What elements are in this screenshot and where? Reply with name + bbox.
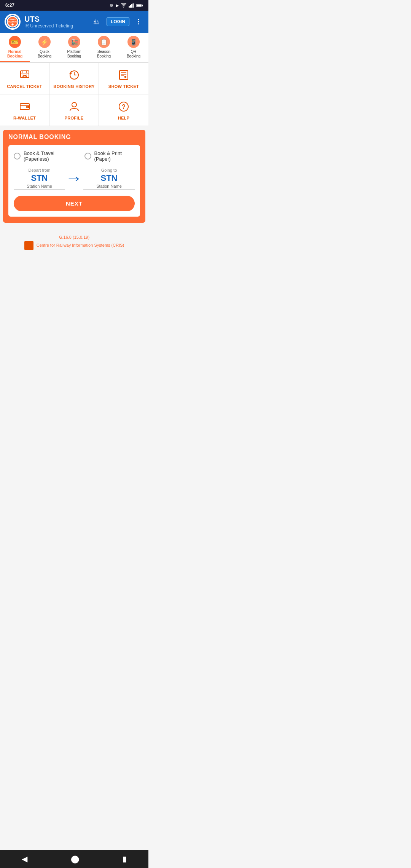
svg-text:RAILWAYS: RAILWAYS	[8, 21, 17, 23]
svg-text:?: ?	[122, 104, 126, 110]
help-cell[interactable]: ? HELP	[99, 94, 148, 126]
battery-icon	[136, 3, 143, 8]
profile-icon	[67, 100, 81, 113]
wifi-icon	[121, 3, 126, 8]
quick-booking-icon: ⚡	[38, 36, 51, 48]
play-icon: ▶	[116, 3, 119, 8]
nav-tabs: 🎫 NormalBooking ⚡ QuickBooking 🚂 Platfor…	[0, 33, 148, 63]
direction-arrow	[68, 175, 80, 183]
svg-rect-7	[137, 4, 142, 6]
booking-section-title: NORMAL BOOKING	[8, 134, 140, 140]
booking-section: NORMAL BOOKING Book & Travel (Paperless)…	[3, 130, 145, 223]
app-title: UTS	[24, 15, 88, 23]
depart-label: Depart from	[28, 168, 50, 172]
tab-season-booking[interactable]: 📋 SeasonBooking	[89, 33, 119, 62]
depart-code: STN	[31, 173, 48, 183]
tab-season-label: SeasonBooking	[97, 49, 111, 59]
tab-normal-booking[interactable]: 🎫 NormalBooking	[0, 33, 30, 62]
going-station-block: Going to STN Station Name	[83, 168, 135, 190]
svg-point-20	[138, 23, 139, 24]
booking-card: Book & Travel (Paperless) Book & Print (…	[8, 145, 140, 217]
season-booking-icon: 📋	[98, 36, 110, 48]
paperless-radio[interactable]	[14, 153, 21, 160]
paper-label: Book & Print (Paper)	[94, 150, 135, 162]
svg-text:INDIAN: INDIAN	[10, 19, 16, 21]
app-title-block: UTS IR Unreserved Ticketing	[24, 15, 88, 29]
booking-options-row: Book & Travel (Paperless) Book & Print (…	[14, 150, 135, 162]
normal-booking-icon: 🎫	[9, 36, 21, 48]
paperless-label: Book & Travel (Paperless)	[24, 150, 75, 162]
tab-normal-label: NormalBooking	[7, 49, 22, 59]
signal-icon	[129, 3, 134, 8]
platform-booking-icon: 🚂	[68, 36, 80, 48]
depart-station-block: Depart from STN Station Name	[14, 168, 65, 190]
svg-rect-6	[142, 5, 143, 6]
show-ticket-label: SHOW TICKET	[108, 84, 139, 89]
login-button[interactable]: LOGIN	[107, 17, 129, 26]
footer-org: Centre for Railway Information Systems (…	[37, 242, 124, 249]
r-wallet-label: R-WALLET	[13, 116, 36, 120]
show-ticket-cell[interactable]: SHOW TICKET	[99, 63, 148, 94]
svg-point-0	[123, 6, 124, 7]
help-icon: ?	[117, 100, 131, 113]
app-subtitle: IR Unreserved Ticketing	[24, 23, 88, 29]
svg-rect-3	[131, 4, 132, 8]
footer-logo-row: Centre for Railway Information Systems (…	[4, 241, 145, 250]
booking-history-cell[interactable]: BOOKING HISTORY	[49, 63, 99, 94]
paperless-option[interactable]: Book & Travel (Paperless)	[14, 150, 75, 162]
svg-rect-28	[119, 70, 128, 80]
header-actions: अ A LOGIN	[91, 16, 144, 27]
status-icons: ⚙ ▶	[110, 3, 143, 8]
svg-rect-2	[130, 5, 131, 8]
svg-rect-4	[132, 3, 134, 8]
help-label: HELP	[118, 116, 130, 120]
going-name[interactable]: Station Name	[83, 184, 135, 190]
svg-point-13	[11, 24, 13, 26]
cancel-ticket-cell[interactable]: CANCEL TICKET	[0, 63, 49, 94]
more-options-button[interactable]	[133, 16, 144, 27]
paper-radio[interactable]	[84, 153, 91, 160]
r-wallet-cell[interactable]: R-WALLET	[0, 94, 49, 126]
svg-text:A: A	[97, 20, 99, 23]
tab-platform-booking[interactable]: 🚂 PlatformBooking	[59, 33, 89, 62]
tab-platform-label: PlatformBooking	[67, 49, 81, 59]
cris-logo	[24, 241, 33, 250]
show-ticket-icon	[117, 68, 131, 82]
profile-label: PROFILE	[65, 116, 84, 120]
svg-point-18	[138, 19, 139, 20]
cancel-ticket-label: CANCEL TICKET	[7, 84, 42, 89]
svg-point-35	[26, 107, 27, 108]
tab-quick-booking[interactable]: ⚡ QuickBooking	[30, 33, 59, 62]
booking-history-icon	[67, 68, 81, 82]
action-grid: CANCEL TICKET BOOKING HISTORY SHOW TICKE…	[0, 63, 148, 126]
svg-text:अ: अ	[94, 20, 96, 23]
svg-point-19	[138, 21, 139, 22]
tab-quick-label: QuickBooking	[38, 49, 51, 59]
profile-cell[interactable]: PROFILE	[49, 94, 99, 126]
svg-rect-1	[129, 6, 130, 7]
svg-rect-32	[124, 76, 126, 78]
r-wallet-icon	[18, 100, 32, 113]
going-label: Going to	[101, 168, 117, 172]
status-time: 6:27	[5, 3, 14, 8]
status-bar: 6:27 ⚙ ▶	[0, 0, 148, 11]
booking-history-label: BOOKING HISTORY	[53, 84, 94, 89]
translate-button[interactable]: अ A	[91, 16, 103, 27]
footer: G.16.8 (15.0.19) Centre for Railway Info…	[0, 223, 148, 256]
depart-name[interactable]: Station Name	[14, 184, 65, 190]
tab-qr-label: QRBooking	[127, 49, 140, 59]
tab-qr-booking[interactable]: 📱 QRBooking	[119, 33, 148, 62]
svg-rect-21	[21, 71, 29, 78]
footer-version: G.16.8 (15.0.19)	[4, 234, 145, 241]
app-header: INDIAN RAILWAYS UTS IR Unreserved Ticket…	[0, 11, 148, 33]
going-code: STN	[101, 173, 118, 183]
settings-icon: ⚙	[110, 3, 113, 8]
app-logo: INDIAN RAILWAYS	[5, 14, 21, 30]
paper-option[interactable]: Book & Print (Paper)	[84, 150, 135, 162]
next-button[interactable]: NEXT	[14, 196, 135, 211]
svg-point-37	[72, 102, 76, 107]
stations-row: Depart from STN Station Name Going to ST…	[14, 168, 135, 190]
qr-booking-icon: 📱	[127, 36, 140, 48]
cancel-ticket-icon	[18, 68, 32, 82]
